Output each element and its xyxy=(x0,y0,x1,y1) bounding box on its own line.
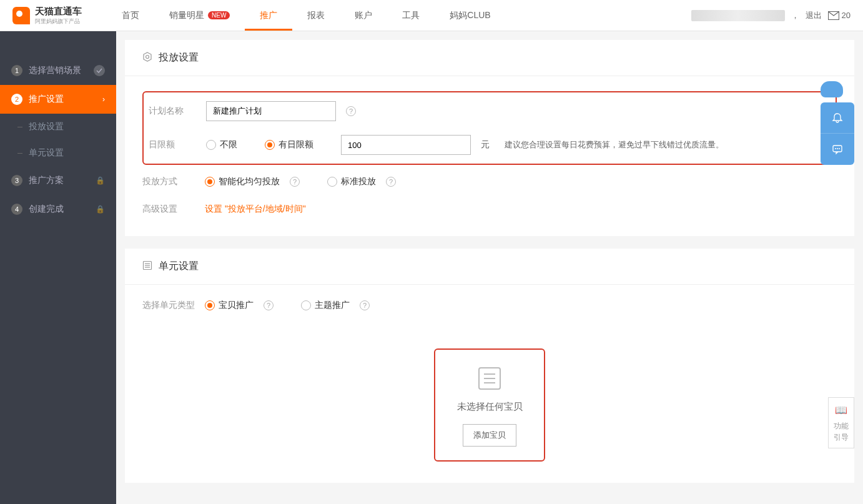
check-icon xyxy=(94,65,105,76)
envelope-icon xyxy=(828,11,839,20)
help-icon[interactable]: ? xyxy=(264,300,274,310)
panel-title: 投放设置 xyxy=(159,51,199,64)
step-num: 3 xyxy=(11,175,22,186)
has-limit-radio[interactable]: 有日限额 xyxy=(265,139,313,151)
chat-button[interactable] xyxy=(821,134,854,165)
nav-tools[interactable]: 工具 xyxy=(387,0,435,31)
logo[interactable]: 天猫直通车 阿里妈妈旗下产品 xyxy=(12,6,82,26)
main-content: 投放设置 计划名称 ? 日限额 不限 有日限额 xyxy=(116,31,863,504)
feature-guide[interactable]: 📖 功能引导 xyxy=(828,397,854,448)
sub-unit-settings[interactable]: 单元设置 xyxy=(0,140,116,166)
float-assistant xyxy=(821,81,854,165)
main-nav: 首页 销量明星NEW 推广 报表 账户 工具 妈妈CLUB xyxy=(107,0,506,31)
svg-point-10 xyxy=(839,148,840,149)
new-badge: NEW xyxy=(208,11,230,19)
notification-button[interactable] xyxy=(821,102,854,134)
empty-text: 未选择任何宝贝 xyxy=(445,401,534,413)
help-icon[interactable]: ? xyxy=(346,106,356,116)
empty-product-box: 未选择任何宝贝 添加宝贝 xyxy=(434,348,545,462)
svg-marker-1 xyxy=(144,52,151,61)
sub-delivery-settings[interactable]: 投放设置 xyxy=(0,114,116,140)
help-icon[interactable]: ? xyxy=(360,300,370,310)
product-promo-radio[interactable]: 宝贝推广 xyxy=(205,300,254,311)
standard-mode-radio[interactable]: 标准投放 xyxy=(327,176,376,187)
chevron-right-icon: › xyxy=(102,95,105,104)
nav-sales-star[interactable]: 销量明星NEW xyxy=(154,0,245,31)
highlighted-settings: 计划名称 ? 日限额 不限 有日限额 元 建议您合理设 xyxy=(142,91,837,165)
logout-link[interactable]: 退出 xyxy=(806,10,822,21)
help-icon[interactable]: ? xyxy=(386,177,396,187)
empty-list-icon xyxy=(478,367,501,390)
nav-reports[interactable]: 报表 xyxy=(292,0,340,31)
nav-mama-club[interactable]: 妈妈CLUB xyxy=(435,0,505,31)
help-icon[interactable]: ? xyxy=(290,177,300,187)
advanced-settings-link[interactable]: 设置 "投放平台/地域/时间" xyxy=(205,204,306,215)
limit-hint: 建议您合理设置每日花费预算，避免过早下线错过优质流量。 xyxy=(505,139,724,151)
step-2[interactable]: 2 推广设置 › xyxy=(0,85,116,114)
list-icon xyxy=(142,260,152,272)
delivery-mode-label: 投放方式 xyxy=(142,176,205,187)
step-num: 2 xyxy=(11,94,22,105)
panel-title: 单元设置 xyxy=(159,260,199,273)
step-num: 4 xyxy=(11,204,22,215)
mail-badge[interactable]: 20 xyxy=(828,11,851,20)
smart-mode-radio[interactable]: 智能化均匀投放 xyxy=(205,176,280,187)
sidebar: 1 选择营销场景 2 推广设置 › 投放设置 单元设置 3 推广方案 🔒 4 创… xyxy=(0,31,116,504)
unit-settings-panel: 单元设置 选择单元类型 宝贝推广 ? 主题推广 ? 未选择任何宝贝 添加宝贝 xyxy=(125,249,854,483)
book-icon: 📖 xyxy=(832,403,850,418)
top-header: 天猫直通车 阿里妈妈旗下产品 首页 销量明星NEW 推广 报表 账户 工具 妈妈… xyxy=(0,0,863,31)
nav-home[interactable]: 首页 xyxy=(107,0,154,31)
unlimited-radio[interactable]: 不限 xyxy=(206,139,237,151)
step-label: 推广设置 xyxy=(29,94,102,105)
advanced-settings-label: 高级设置 xyxy=(142,204,205,215)
delivery-settings-panel: 投放设置 计划名称 ? 日限额 不限 有日限额 xyxy=(125,40,854,236)
username-blurred xyxy=(691,10,785,21)
logo-title: 天猫直通车 xyxy=(35,6,82,17)
step-4[interactable]: 4 创建完成 🔒 xyxy=(0,195,116,224)
logo-icon xyxy=(12,7,30,24)
nav-account[interactable]: 账户 xyxy=(340,0,387,31)
limit-amount-input[interactable] xyxy=(341,135,471,155)
lock-icon: 🔒 xyxy=(96,205,105,214)
guide-label: 功能引导 xyxy=(832,420,850,443)
target-icon xyxy=(142,52,152,64)
svg-point-2 xyxy=(146,56,149,59)
step-1[interactable]: 1 选择营销场景 xyxy=(0,56,116,85)
step-3[interactable]: 3 推广方案 🔒 xyxy=(0,166,116,195)
step-label: 选择营销场景 xyxy=(29,65,94,76)
comma: ， xyxy=(791,10,799,21)
nav-promotion[interactable]: 推广 xyxy=(245,0,292,31)
theme-promo-radio[interactable]: 主题推广 xyxy=(301,300,350,311)
add-product-button[interactable]: 添加宝贝 xyxy=(463,424,516,447)
currency-unit: 元 xyxy=(481,139,490,151)
plan-name-label: 计划名称 xyxy=(149,106,206,117)
mail-count: 20 xyxy=(842,11,851,20)
panel-header: 投放设置 xyxy=(125,40,854,76)
lock-icon: 🔒 xyxy=(96,176,105,185)
plan-name-input[interactable] xyxy=(206,101,336,121)
header-right: ， 退出 20 xyxy=(691,10,851,21)
svg-point-8 xyxy=(835,148,836,149)
step-num: 1 xyxy=(11,65,22,76)
unit-type-label: 选择单元类型 xyxy=(142,300,205,311)
step-label: 推广方案 xyxy=(29,175,96,186)
panel-header: 单元设置 xyxy=(125,249,854,285)
daily-limit-label: 日限额 xyxy=(149,139,206,151)
mascot-icon xyxy=(821,81,848,100)
logo-subtitle: 阿里妈妈旗下产品 xyxy=(35,17,82,26)
step-label: 创建完成 xyxy=(29,204,96,215)
svg-point-9 xyxy=(837,148,838,149)
